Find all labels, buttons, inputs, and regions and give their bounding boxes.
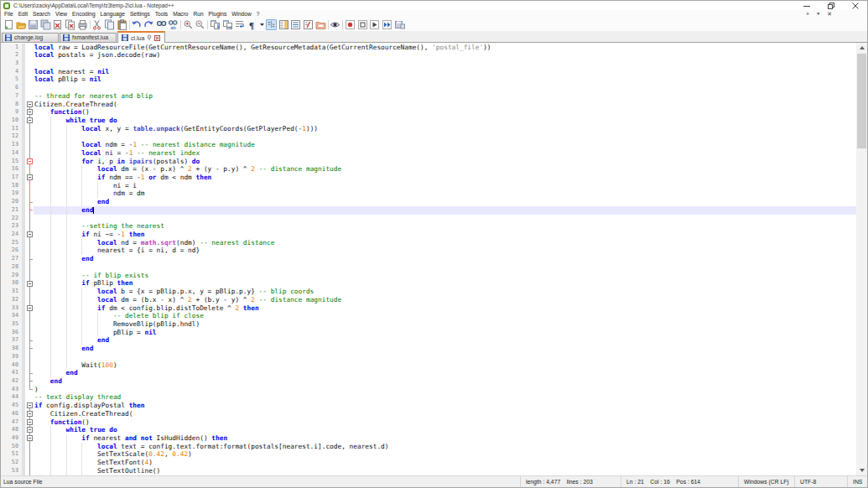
vertical-scrollbar[interactable]: [856, 43, 867, 475]
menu-language[interactable]: Language: [98, 11, 127, 17]
fold-margin[interactable]: [25, 272, 34, 280]
code-text[interactable]: local ni = -1 -- nearest index: [34, 149, 856, 158]
macro-stop-icon[interactable]: [357, 19, 368, 30]
function-list-icon[interactable]: [303, 19, 314, 30]
fold-margin[interactable]: [25, 206, 34, 215]
code-text[interactable]: if ni ~= -1 then: [34, 231, 856, 239]
code-text[interactable]: -- delete blip if close: [34, 312, 856, 320]
fold-margin[interactable]: [25, 418, 34, 427]
close-button[interactable]: [843, 1, 867, 10]
fold-margin[interactable]: [25, 215, 34, 223]
fold-margin[interactable]: [25, 60, 34, 68]
fold-margin[interactable]: [25, 247, 34, 255]
fold-margin[interactable]: [25, 108, 34, 117]
code-text[interactable]: while true do: [34, 426, 856, 434]
code-text[interactable]: local text = config.text.format:format(p…: [34, 443, 856, 451]
new-file-icon[interactable]: [3, 19, 14, 30]
fold-margin[interactable]: [25, 443, 34, 451]
code-text[interactable]: Citizen.CreateThread(: [34, 410, 856, 418]
fold-margin[interactable]: [25, 345, 34, 353]
doc-map-icon[interactable]: [278, 19, 289, 30]
menu-window[interactable]: Window: [229, 11, 253, 17]
menu-macro[interactable]: Macro: [170, 11, 190, 17]
code-text[interactable]: end: [34, 369, 856, 377]
code-text[interactable]: end: [34, 345, 856, 353]
fold-margin[interactable]: [25, 255, 34, 263]
fold-margin[interactable]: [25, 336, 34, 345]
code-text[interactable]: end: [34, 336, 856, 345]
code-text[interactable]: [34, 60, 856, 68]
code-text[interactable]: local dm = (b.x - x) ^ 2 + (b.y - y) ^ 2…: [34, 296, 856, 304]
zoom-out-icon[interactable]: [195, 19, 205, 30]
code-text[interactable]: [34, 353, 856, 361]
code-text[interactable]: end: [34, 198, 856, 206]
cut-icon[interactable]: [91, 19, 102, 30]
fold-margin[interactable]: [25, 296, 34, 304]
code-text[interactable]: [34, 84, 856, 92]
code-text[interactable]: function(): [34, 108, 856, 117]
code-text[interactable]: local nearest = nil: [34, 68, 856, 76]
fold-margin[interactable]: [25, 117, 34, 125]
menu-file[interactable]: File: [2, 11, 16, 17]
tab-fxmanifest.lua[interactable]: fxmanifest.lua: [60, 33, 117, 43]
menu-tools[interactable]: Tools: [153, 11, 170, 17]
code-text[interactable]: if config.displayPostal then: [34, 402, 856, 410]
fold-margin[interactable]: [25, 174, 34, 182]
zoom-in-icon[interactable]: [183, 19, 194, 30]
code-text[interactable]: SetTextScale(0.42, 0.42): [34, 450, 856, 459]
replace-icon[interactable]: ab: [168, 19, 179, 30]
fold-margin[interactable]: [25, 44, 34, 52]
code-text[interactable]: if dm < config.blip.distToDelete ^ 2 the…: [34, 304, 856, 313]
fold-margin[interactable]: [25, 426, 34, 434]
minimize-button[interactable]: [794, 1, 819, 10]
code-text[interactable]: while true do: [34, 117, 856, 125]
code-text[interactable]: --setting the nearest: [34, 222, 856, 231]
macro-save-icon[interactable]: [394, 19, 405, 30]
fold-margin[interactable]: [25, 51, 34, 60]
fold-margin[interactable]: [25, 279, 34, 288]
tab-new-button[interactable]: +: [806, 11, 809, 17]
fold-margin[interactable]: [25, 410, 34, 418]
code-text[interactable]: if ndm == -1 or dm < ndm then: [34, 174, 856, 182]
print-icon[interactable]: [77, 19, 88, 30]
code-text[interactable]: function(): [34, 418, 856, 427]
code-text[interactable]: -- if blip exists: [34, 272, 856, 280]
macro-run-multi-icon[interactable]: [382, 19, 392, 30]
code-text[interactable]: local dm = (x - p.x) ^ 2 + (y - p.y) ^ 2…: [34, 165, 856, 174]
fold-margin[interactable]: [25, 361, 34, 370]
code-text[interactable]: local nd = math.sqrt(ndm) -- nearest dis…: [34, 239, 856, 247]
code-text[interactable]: -- text display thread: [34, 393, 856, 402]
fold-margin[interactable]: [25, 141, 34, 149]
indent-guide-icon[interactable]: [266, 19, 277, 30]
code-text[interactable]: [34, 263, 856, 272]
fold-margin[interactable]: [25, 369, 34, 377]
code-text[interactable]: ndm = dm: [34, 189, 856, 198]
code-text[interactable]: Wait(100): [34, 361, 856, 370]
code-text[interactable]: ): [34, 386, 856, 394]
fold-margin[interactable]: [25, 222, 34, 231]
status-eol[interactable]: Windows (CR LF): [739, 476, 795, 488]
tab-close-button[interactable]: ✕: [827, 11, 832, 17]
fold-margin[interactable]: [25, 288, 34, 296]
folder-workspace-icon[interactable]: [315, 19, 326, 30]
code-text[interactable]: local ndm = -1 -- nearest distance magni…: [34, 141, 856, 149]
fold-margin[interactable]: [25, 386, 34, 394]
tab-change.log[interactable]: change.log: [2, 33, 59, 43]
menu-edit[interactable]: Edit: [16, 11, 30, 17]
scrollbar-thumb[interactable]: [857, 54, 866, 148]
find-icon[interactable]: [156, 19, 167, 30]
doc-list-icon[interactable]: [290, 19, 301, 30]
fold-margin[interactable]: [25, 459, 34, 467]
code-text[interactable]: end: [34, 206, 856, 215]
paste-icon[interactable]: [117, 19, 127, 30]
macro-record-icon[interactable]: [345, 19, 356, 30]
fold-margin[interactable]: [25, 329, 34, 337]
fold-margin[interactable]: [25, 125, 34, 133]
fold-margin[interactable]: [25, 182, 34, 190]
pin-tab-icon[interactable]: [147, 34, 152, 41]
code-text[interactable]: local pBlip = nil: [34, 75, 856, 84]
save-icon[interactable]: [28, 19, 39, 30]
code-text[interactable]: local raw = LoadResourceFile(GetCurrentR…: [34, 44, 856, 52]
undo-icon[interactable]: [131, 19, 142, 30]
menu-search[interactable]: Search: [30, 11, 53, 17]
